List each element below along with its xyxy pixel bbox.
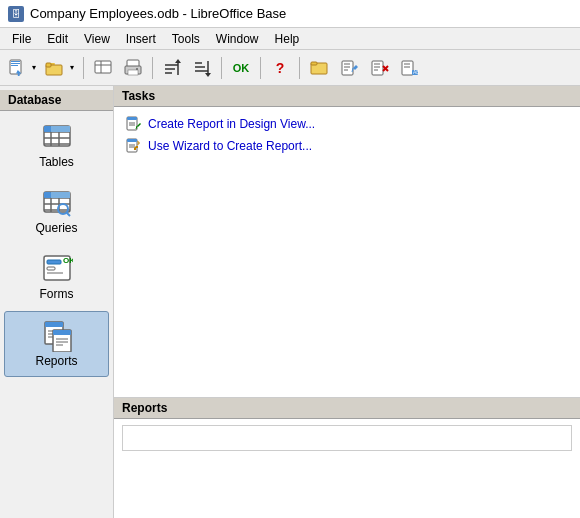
menu-insert[interactable]: Insert [118,30,164,48]
sep1 [83,57,84,79]
menu-edit[interactable]: Edit [39,30,76,48]
svg-rect-51 [51,126,59,132]
title-bar: 🗄 Company Employees.odb - LibreOffice Ba… [0,0,580,28]
svg-marker-31 [353,65,358,70]
open-icon [43,54,67,82]
svg-rect-75 [53,330,71,335]
svg-rect-7 [46,63,51,67]
database-folder-button[interactable] [305,54,333,82]
svg-marker-83 [137,123,141,127]
task-wizard-label: Use Wizard to Create Report... [148,139,312,153]
svg-rect-52 [59,126,70,132]
wizard-icon [126,138,142,154]
menu-help[interactable]: Help [267,30,308,48]
svg-rect-1 [11,61,20,62]
content-area: Tasks Create Report in Design View. [114,86,580,518]
tables-icon [41,121,73,153]
app-icon: 🗄 [8,6,24,22]
svg-rect-65 [47,260,61,264]
menu-file[interactable]: File [4,30,39,48]
tasks-panel-content: Create Report in Design View... U [114,107,580,163]
svg-rect-60 [51,192,59,198]
svg-rect-33 [372,61,383,75]
sort-desc-button[interactable] [188,54,216,82]
menu-view[interactable]: View [76,30,118,48]
svg-rect-26 [311,62,317,65]
delete-button[interactable] [365,54,393,82]
svg-marker-19 [175,59,181,63]
create-design-icon [126,116,142,132]
task-create-design-view[interactable]: Create Report in Design View... [126,113,568,135]
sidebar-header: Database [0,90,113,111]
sidebar: Database Tables [0,86,114,518]
toolbar: ▾ ▾ [0,50,580,86]
svg-text:AB: AB [413,69,419,75]
open-button[interactable]: ▾ [42,54,78,82]
menu-tools[interactable]: Tools [164,30,208,48]
sep3 [221,57,222,79]
sep2 [152,57,153,79]
svg-rect-80 [127,117,137,120]
run-query-button[interactable]: OK [227,54,255,82]
svg-line-63 [66,212,70,216]
open-dropdown-arrow: ▾ [67,54,77,82]
sidebar-item-forms-label: Forms [40,287,74,301]
sidebar-item-reports[interactable]: Reports [4,311,109,377]
svg-rect-27 [342,61,353,75]
reports-panel: Reports [114,398,580,518]
svg-rect-13 [128,70,138,75]
tasks-panel: Tasks Create Report in Design View. [114,86,580,398]
print-button[interactable] [119,54,147,82]
menu-window[interactable]: Window [208,30,267,48]
edit-button[interactable] [335,54,363,82]
help-button[interactable]: ? [266,54,294,82]
sep4 [260,57,261,79]
sort-asc-button[interactable] [158,54,186,82]
sidebar-item-reports-label: Reports [35,354,77,368]
new-icon [5,54,29,82]
queries-icon [41,187,73,219]
new-button[interactable]: ▾ [4,54,40,82]
sidebar-item-forms[interactable]: OK Forms [4,245,109,309]
window-title: Company Employees.odb - LibreOffice Base [30,6,286,21]
svg-rect-2 [11,63,20,64]
main-container: Database Tables [0,86,580,518]
svg-rect-39 [402,61,413,75]
new-dropdown-arrow: ▾ [29,54,39,82]
forms-icon: OK [41,253,73,285]
svg-rect-61 [59,192,70,198]
svg-rect-8 [95,61,111,73]
svg-rect-50 [44,126,51,132]
task-wizard-create[interactable]: Use Wizard to Create Report... [126,135,568,157]
sep5 [299,57,300,79]
sidebar-item-queries[interactable]: Queries [4,179,109,243]
svg-rect-70 [45,322,63,327]
sidebar-item-queries-label: Queries [35,221,77,235]
sidebar-item-tables-label: Tables [39,155,74,169]
edit-table-button[interactable] [89,54,117,82]
sidebar-item-tables[interactable]: Tables [4,113,109,177]
rename-button[interactable]: AB [395,54,423,82]
svg-rect-59 [44,192,51,198]
tasks-panel-header: Tasks [114,86,580,107]
menu-bar: File Edit View Insert Tools Window Help [0,28,580,50]
reports-list-area [122,425,572,451]
svg-text:OK: OK [63,256,73,265]
reports-panel-header: Reports [114,398,580,419]
reports-icon [41,320,73,352]
task-create-design-label: Create Report in Design View... [148,117,315,131]
svg-rect-86 [127,139,137,142]
svg-rect-3 [11,65,18,66]
svg-point-14 [136,68,138,70]
